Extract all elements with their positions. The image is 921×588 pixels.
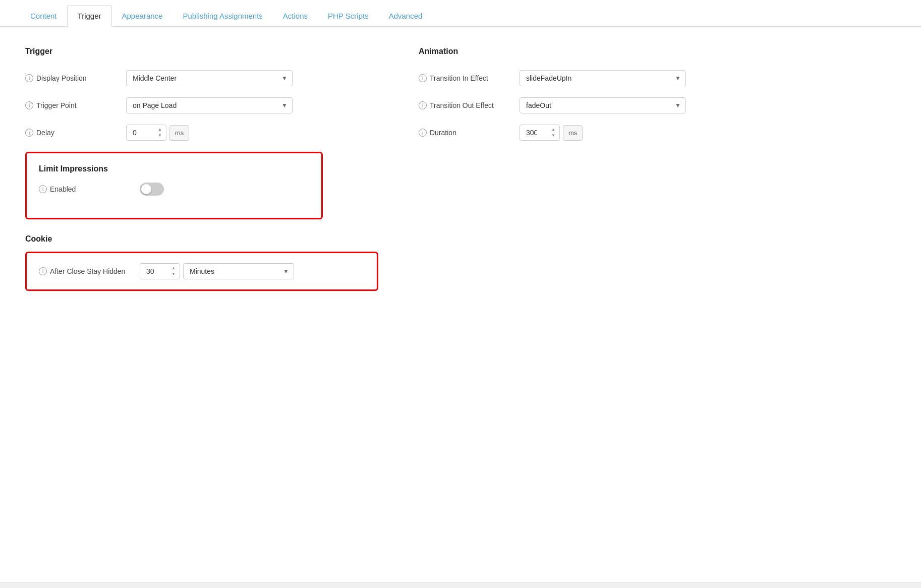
transition-out-info-icon[interactable]: i [419, 101, 427, 109]
tab-content[interactable]: Content [20, 6, 67, 26]
delay-increment-button[interactable]: ▲ [155, 127, 164, 133]
enabled-toggle[interactable] [140, 183, 164, 196]
trigger-point-label: i Trigger Point [25, 101, 126, 109]
delay-unit: ms [169, 125, 189, 141]
transition-out-select-wrapper: fadeOut slideOutLeft slideOutRight bounc… [520, 97, 686, 113]
after-close-decrement-button[interactable]: ▼ [169, 272, 178, 277]
tab-appearance[interactable]: Appearance [112, 6, 173, 26]
display-position-info-icon[interactable]: i [25, 74, 33, 82]
after-close-input-group: ▲ ▼ Minutes Hours Days ▼ [140, 263, 294, 279]
after-close-input-wrapper: ▲ ▼ [140, 263, 180, 279]
tab-publishing-assignments[interactable]: Publishing Assignments [172, 6, 272, 26]
display-position-row: i Display Position Middle Center Top Lef… [25, 70, 378, 86]
cookie-box: i After Close Stay Hidden ▲ ▼ [25, 252, 378, 291]
duration-unit: ms [563, 125, 583, 141]
toggle-track [140, 183, 164, 196]
after-close-info-icon[interactable]: i [39, 267, 47, 275]
after-close-increment-button[interactable]: ▲ [169, 266, 178, 271]
enabled-info-icon[interactable]: i [39, 185, 47, 193]
display-position-select[interactable]: Middle Center Top Left Top Center Top Ri… [126, 70, 293, 86]
delay-stepper: ▲ ▼ [155, 127, 164, 139]
tab-php-scripts[interactable]: PHP Scripts [318, 6, 379, 26]
transition-in-row: i Transition In Effect slideFadeUpIn fad… [419, 70, 896, 86]
left-panel: Trigger i Display Position Middle Center… [25, 47, 378, 291]
duration-stepper: ▲ ▼ [549, 127, 558, 139]
transition-out-select[interactable]: fadeOut slideOutLeft slideOutRight bounc… [520, 97, 686, 113]
after-close-label: i After Close Stay Hidden [39, 267, 140, 275]
display-position-label: i Display Position [25, 74, 126, 82]
duration-label: i Duration [419, 129, 520, 137]
enabled-label: i Enabled [39, 185, 140, 193]
after-close-row: i After Close Stay Hidden ▲ ▼ [39, 263, 365, 279]
right-panel: Animation i Transition In Effect slideFa… [419, 47, 896, 291]
limit-impressions-title: Limit Impressions [39, 164, 309, 173]
duration-input-group: ▲ ▼ ms [520, 125, 583, 141]
tab-actions[interactable]: Actions [273, 6, 318, 26]
enabled-row: i Enabled [39, 183, 309, 196]
delay-input-group: ▲ ▼ ms [126, 125, 189, 141]
toggle-thumb [141, 184, 151, 194]
trigger-point-select[interactable]: on Page Load on Exit Intent on Scroll on… [126, 97, 293, 113]
trigger-point-select-wrapper: on Page Load on Exit Intent on Scroll on… [126, 97, 293, 113]
tab-trigger[interactable]: Trigger [67, 5, 112, 27]
transition-out-label: i Transition Out Effect [419, 101, 520, 109]
delay-decrement-button[interactable]: ▼ [155, 133, 164, 139]
delay-info-icon[interactable]: i [25, 129, 33, 137]
trigger-point-row: i Trigger Point on Page Load on Exit Int… [25, 97, 378, 113]
animation-section-title: Animation [419, 47, 896, 56]
transition-in-label: i Transition In Effect [419, 74, 520, 82]
cookie-section-title: Cookie [25, 234, 378, 244]
duration-row: i Duration ▲ ▼ ms [419, 125, 896, 141]
after-close-stepper: ▲ ▼ [169, 266, 178, 277]
transition-in-select[interactable]: slideFadeUpIn fadeIn slideInLeft slideIn… [520, 70, 686, 86]
limit-impressions-box: Limit Impressions i Enabled [25, 152, 323, 219]
tab-advanced[interactable]: Advanced [379, 6, 433, 26]
transition-in-select-wrapper: slideFadeUpIn fadeIn slideInLeft slideIn… [520, 70, 686, 86]
delay-row: i Delay ▲ ▼ ms [25, 125, 378, 141]
duration-decrement-button[interactable]: ▼ [549, 133, 558, 139]
trigger-section-title: Trigger [25, 47, 378, 56]
scrollbar-area [0, 582, 921, 588]
after-close-unit-wrapper: Minutes Hours Days ▼ [183, 263, 294, 279]
transition-out-row: i Transition Out Effect fadeOut slideOut… [419, 97, 896, 113]
main-content: Trigger i Display Position Middle Center… [0, 27, 921, 311]
delay-label: i Delay [25, 129, 126, 137]
transition-in-info-icon[interactable]: i [419, 74, 427, 82]
tab-bar: Content Trigger Appearance Publishing As… [0, 0, 921, 27]
trigger-point-info-icon[interactable]: i [25, 101, 33, 109]
display-position-select-wrapper: Middle Center Top Left Top Center Top Ri… [126, 70, 293, 86]
duration-input-wrapper: ▲ ▼ [520, 125, 560, 141]
duration-info-icon[interactable]: i [419, 129, 427, 137]
delay-input-wrapper: ▲ ▼ [126, 125, 166, 141]
duration-increment-button[interactable]: ▲ [549, 127, 558, 133]
after-close-unit-select[interactable]: Minutes Hours Days [183, 263, 294, 279]
page-container: Content Trigger Appearance Publishing As… [0, 0, 921, 588]
